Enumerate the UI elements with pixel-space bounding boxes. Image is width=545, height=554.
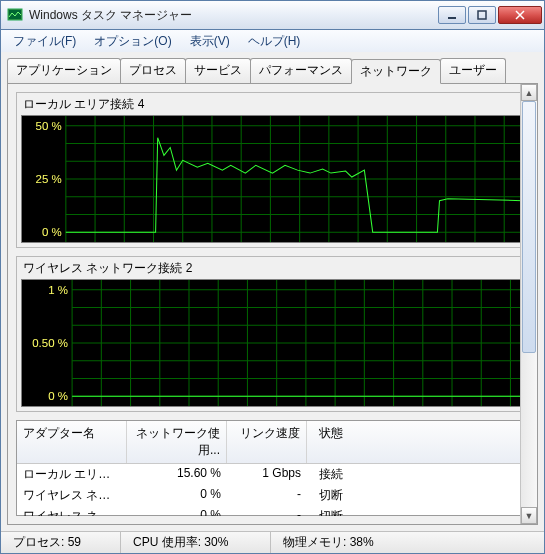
graph-title-wifi: ワイヤレス ネットワーク接続 2 [23, 260, 524, 277]
col-state[interactable]: 状態 [307, 421, 528, 463]
window-controls [438, 6, 542, 24]
cell-speed: - [227, 485, 307, 506]
cell-name: ワイヤレス ネット... [17, 485, 127, 506]
cell-state: 切断 [307, 506, 528, 516]
cell-util: 0 % [127, 506, 227, 516]
cell-name: ワイヤレス ネット... [17, 506, 127, 516]
ytick: 50 % [36, 120, 62, 132]
minimize-button[interactable] [438, 6, 466, 24]
status-cpu: CPU 使用率: 30% [121, 532, 271, 553]
cell-state: 接続 [307, 464, 528, 485]
menu-help[interactable]: ヘルプ(H) [240, 31, 309, 52]
table-row[interactable]: ローカル エリア接... 15.60 % 1 Gbps 接続 [17, 464, 528, 485]
ytick: 0 % [48, 390, 68, 402]
menu-options[interactable]: オプション(O) [86, 31, 179, 52]
table-row[interactable]: ワイヤレス ネット... 0 % - 切断 [17, 506, 528, 516]
tab-performance[interactable]: パフォーマンス [250, 58, 352, 83]
lv-header: アダプター名 ネットワーク使用... リンク速度 状態 [17, 421, 528, 464]
close-button[interactable] [498, 6, 542, 24]
graph-wifi: 1 % 0.50 % 0 % [21, 279, 524, 407]
tab-body: ローカル エリア接続 4 50 % 25 % 0 % [7, 83, 538, 525]
tab-users[interactable]: ユーザー [440, 58, 506, 83]
table-row[interactable]: ワイヤレス ネット... 0 % - 切断 [17, 485, 528, 506]
cell-name: ローカル エリア接... [17, 464, 127, 485]
statusbar: プロセス: 59 CPU 使用率: 30% 物理メモリ: 38% [1, 531, 544, 553]
col-name[interactable]: アダプター名 [17, 421, 127, 463]
scroll-track[interactable] [521, 101, 537, 507]
scroll-up-button[interactable]: ▲ [521, 84, 537, 101]
titlebar: Windows タスク マネージャー [0, 0, 545, 30]
tab-services[interactable]: サービス [185, 58, 251, 83]
menu-view[interactable]: 表示(V) [182, 31, 238, 52]
ytick: 0.50 % [32, 337, 68, 349]
cell-util: 15.60 % [127, 464, 227, 485]
app-icon [7, 7, 23, 23]
col-speed[interactable]: リンク速度 [227, 421, 307, 463]
tab-row: アプリケーション プロセス サービス パフォーマンス ネットワーク ユーザー [1, 52, 544, 83]
cell-util: 0 % [127, 485, 227, 506]
status-processes: プロセス: 59 [1, 532, 121, 553]
graph-group-lan: ローカル エリア接続 4 50 % 25 % 0 % [16, 92, 529, 248]
svg-rect-3 [478, 11, 486, 19]
graph-title-lan: ローカル エリア接続 4 [23, 96, 524, 113]
col-util[interactable]: ネットワーク使用... [127, 421, 227, 463]
scrollbar-vertical[interactable]: ▲ ▼ [520, 84, 537, 524]
tab-processes[interactable]: プロセス [120, 58, 186, 83]
trace-lan [66, 138, 523, 233]
tab-networking[interactable]: ネットワーク [351, 59, 441, 84]
tab-applications[interactable]: アプリケーション [7, 58, 121, 83]
ytick: 1 % [48, 284, 68, 296]
maximize-button[interactable] [468, 6, 496, 24]
lv-body: ローカル エリア接... 15.60 % 1 Gbps 接続 ワイヤレス ネット… [17, 464, 528, 516]
adapter-listview[interactable]: アダプター名 ネットワーク使用... リンク速度 状態 ローカル エリア接...… [16, 420, 529, 516]
window-title: Windows タスク マネージャー [29, 7, 438, 24]
graph-lan: 50 % 25 % 0 % [21, 115, 524, 243]
menu-file[interactable]: ファイル(F) [5, 31, 84, 52]
menubar: ファイル(F) オプション(O) 表示(V) ヘルプ(H) [0, 30, 545, 52]
cell-speed: - [227, 506, 307, 516]
status-mem: 物理メモリ: 38% [271, 532, 544, 553]
cell-state: 切断 [307, 485, 528, 506]
scroll-down-button[interactable]: ▼ [521, 507, 537, 524]
cell-speed: 1 Gbps [227, 464, 307, 485]
ytick: 25 % [36, 173, 62, 185]
graph-group-wifi: ワイヤレス ネットワーク接続 2 1 % 0.50 % 0 % [16, 256, 529, 412]
ytick: 0 % [42, 226, 62, 238]
scroll-thumb[interactable] [522, 101, 536, 353]
client-area: アプリケーション プロセス サービス パフォーマンス ネットワーク ユーザー ロ… [0, 52, 545, 554]
